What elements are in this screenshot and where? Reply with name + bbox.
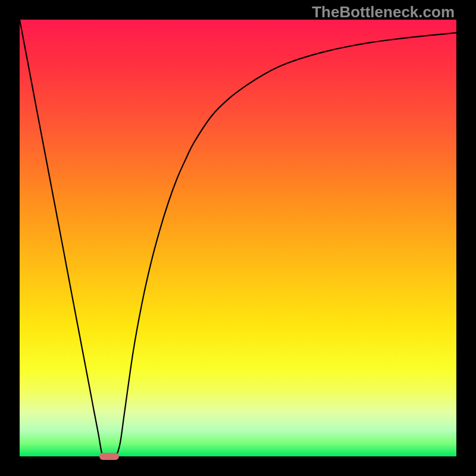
optimal-marker	[99, 453, 119, 460]
plot-area	[20, 20, 456, 456]
bottleneck-curve	[20, 20, 456, 456]
watermark-text: TheBottleneck.com	[312, 3, 455, 21]
outer-frame: TheBottleneck.com	[0, 0, 476, 476]
curve-layer	[20, 20, 456, 456]
